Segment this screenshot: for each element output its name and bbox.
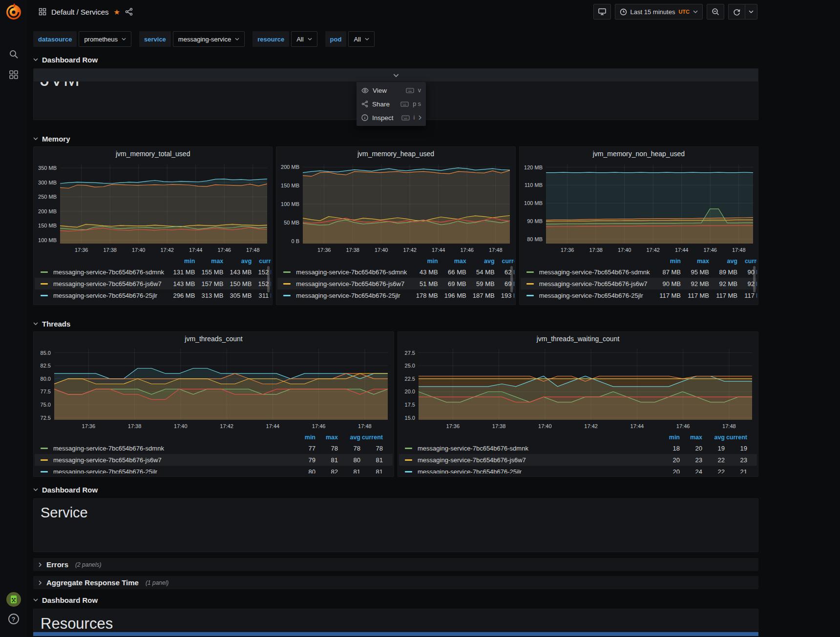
series-name[interactable]: messaging-service-7bc654b676-25jlr [53, 468, 293, 474]
series-name[interactable]: messaging-service-7bc654b676-sdmnk [296, 268, 409, 276]
legend-header-max[interactable]: max [680, 434, 702, 441]
search-icon[interactable] [8, 49, 19, 60]
time-range-picker[interactable]: Last 15 minutes UTC [615, 4, 703, 20]
timeseries-chart[interactable]: 80 MB90 MB100 MB110 MB120 MB17:3617:3817… [521, 161, 757, 256]
chart-legend: minmaxavgcurrentmessaging-service-7bc654… [35, 432, 393, 473]
legend-header-max[interactable]: max [438, 258, 466, 265]
timeseries-chart[interactable]: 15.017.520.022.525.027.517:3617:3817:401… [399, 346, 757, 432]
series-name[interactable]: messaging-service-7bc654b676-sdmnk [53, 268, 167, 276]
legend-row[interactable]: messaging-service-7bc654b676-25jlr296 MB… [35, 289, 271, 301]
series-name[interactable]: messaging-service-7bc654b676-js6w7 [296, 280, 409, 288]
legend-header-current[interactable]: current [360, 434, 383, 441]
panel-title[interactable]: jvm_memory_non_heap_used [521, 147, 757, 161]
legend-header-min[interactable]: min [652, 258, 681, 265]
legend-header-min[interactable]: min [293, 434, 315, 441]
row-header-dashboard-row-3[interactable]: Dashboard Row [33, 594, 758, 606]
legend-header-current[interactable]: current [495, 258, 514, 265]
row-header-dashboard-row-1[interactable]: Dashboard Row [33, 54, 758, 65]
series-name[interactable]: messaging-service-7bc654b676-sdmnk [53, 445, 293, 452]
legend-header-avg[interactable]: avg [702, 434, 725, 441]
legend-value: 196 MB [438, 292, 466, 299]
refresh-button[interactable] [728, 4, 745, 20]
panel-title[interactable]: jvm_memory_heap_used [277, 147, 514, 161]
legend-header-min[interactable]: min [410, 258, 438, 265]
series-name[interactable]: messaging-service-7bc654b676-25jlr [53, 292, 167, 299]
breadcrumb[interactable]: Default / Services [51, 8, 109, 16]
legend-scrollbar[interactable] [510, 266, 513, 292]
series-name[interactable]: messaging-service-7bc654b676-sdmnk [418, 445, 657, 452]
timeseries-chart[interactable]: 0 B50 MB100 MB150 MB200 MB17:3617:3817:4… [277, 161, 514, 256]
legend-row[interactable]: messaging-service-7bc654b676-js6w751 MB6… [277, 278, 514, 289]
series-name[interactable]: messaging-service-7bc654b676-25jlr [296, 292, 409, 299]
apps-grid-icon[interactable] [39, 8, 46, 16]
legend-row[interactable]: messaging-service-7bc654b676-js6w7143 MB… [35, 278, 271, 289]
favorite-star-icon[interactable]: ★ [114, 8, 120, 16]
legend-header-current[interactable]: current [725, 434, 747, 441]
dashboards-icon[interactable] [8, 69, 19, 80]
row-header-aggregate-response-time[interactable]: Aggregate Response Time (1 panel) [33, 576, 758, 589]
legend-row[interactable]: messaging-service-7bc654b676-sdmnk131 MB… [35, 266, 271, 278]
legend-row[interactable]: messaging-service-7bc654b676-js6w790 MB9… [521, 278, 757, 289]
row-header-memory[interactable]: Memory [33, 133, 758, 144]
series-name[interactable]: messaging-service-7bc654b676-sdmnk [539, 268, 652, 276]
menu-item-inspect[interactable]: Inspect i [357, 111, 426, 124]
variable-value-dropdown[interactable]: All [348, 31, 374, 47]
timeseries-chart[interactable]: 72.575.077.580.082.585.017:3617:3817:401… [35, 346, 393, 432]
series-name[interactable]: messaging-service-7bc654b676-js6w7 [539, 280, 652, 288]
refresh-interval-dropdown[interactable] [745, 4, 757, 20]
legend-row[interactable]: messaging-service-7bc654b676-25jlr117 MB… [521, 289, 757, 301]
panel-title[interactable]: jvm_threads_waiting_count [399, 332, 757, 346]
row-header-dashboard-row-2[interactable]: Dashboard Row [33, 484, 758, 495]
menu-item-share[interactable]: Share p s [357, 97, 426, 111]
legend-row[interactable]: messaging-service-7bc654b676-js6w7202322… [399, 454, 757, 466]
grafana-logo-icon[interactable] [5, 3, 22, 21]
chevron-down-icon [235, 38, 239, 41]
legend-row[interactable]: messaging-service-7bc654b676-25jlr178 MB… [277, 289, 514, 301]
y-tick-label: 50 MB [284, 220, 300, 226]
legend-value: 187 MB [466, 292, 495, 299]
legend-row[interactable]: messaging-service-7bc654b676-sdmnk182019… [399, 442, 757, 454]
legend-header-current[interactable]: current [252, 258, 271, 265]
series-name[interactable]: messaging-service-7bc654b676-25jlr [539, 292, 652, 299]
legend-header-max[interactable]: max [195, 258, 223, 265]
legend-header-min[interactable]: min [657, 434, 680, 441]
series-name[interactable]: messaging-service-7bc654b676-js6w7 [53, 456, 293, 464]
user-avatar[interactable] [6, 592, 21, 607]
panel-title[interactable]: jvm_threads_count [35, 332, 393, 346]
legend-row[interactable]: messaging-service-7bc654b676-sdmnk87 MB9… [521, 266, 757, 278]
legend-row[interactable]: messaging-service-7bc654b676-js6w7798180… [35, 454, 393, 466]
legend-header-avg[interactable]: avg [223, 258, 252, 265]
series-name[interactable]: messaging-service-7bc654b676-25jlr [418, 468, 657, 474]
legend-row[interactable]: messaging-service-7bc654b676-sdmnk777878… [35, 442, 393, 454]
legend-header-min[interactable]: min [167, 258, 195, 265]
series-name[interactable]: messaging-service-7bc654b676-js6w7 [53, 280, 167, 288]
panel-title[interactable]: jvm_memory_total_used [35, 147, 271, 161]
legend-header-max[interactable]: max [681, 258, 709, 265]
legend-header-max[interactable]: max [315, 434, 338, 441]
legend-header-avg[interactable]: avg [338, 434, 360, 441]
tv-kiosk-button[interactable] [593, 4, 611, 20]
legend-row[interactable]: messaging-service-7bc654b676-25jlr808281… [35, 466, 393, 473]
panel-header-menu-trigger[interactable] [34, 69, 758, 82]
row-header-threads[interactable]: Threads [33, 318, 758, 329]
variable-value-dropdown[interactable]: messaging-service [173, 31, 245, 47]
legend-row[interactable]: messaging-service-7bc654b676-sdmnk43 MB6… [277, 266, 514, 278]
legend-scrollbar[interactable] [267, 266, 270, 292]
variable-value-dropdown[interactable]: prometheus [79, 31, 131, 47]
zoom-out-button[interactable] [707, 4, 724, 20]
help-icon[interactable]: ? [8, 614, 19, 624]
legend-header-avg[interactable]: avg [466, 258, 495, 265]
variable-value-dropdown[interactable]: All [291, 31, 317, 47]
share-dashboard-icon[interactable] [125, 8, 133, 16]
share-icon [361, 101, 368, 107]
legend-header-avg[interactable]: avg [709, 258, 737, 265]
menu-item-view[interactable]: View v [357, 83, 426, 97]
series-name[interactable]: messaging-service-7bc654b676-js6w7 [418, 456, 657, 464]
legend-value: 117 MB [681, 292, 709, 299]
legend-header-current[interactable]: current [737, 258, 757, 265]
timeseries-chart[interactable]: 100 MB150 MB200 MB250 MB300 MB350 MB17:3… [35, 161, 271, 256]
legend-row[interactable]: messaging-service-7bc654b676-25jlr202422… [399, 466, 757, 473]
row-header-errors[interactable]: Errors (2 panels) [33, 558, 758, 571]
legend-scrollbar[interactable] [753, 266, 756, 292]
chart-legend: minmaxavgcurrentmessaging-service-7bc654… [35, 256, 271, 302]
